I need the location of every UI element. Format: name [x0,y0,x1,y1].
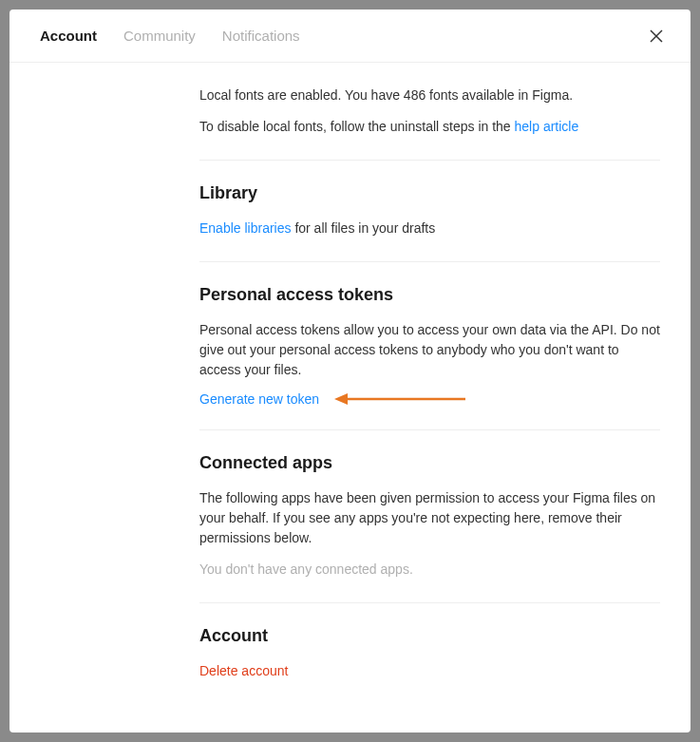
tabs-row: Account Community Notifications [9,10,691,63]
section-library: Library Enable libraries for all files i… [199,161,660,262]
disable-prefix: To disable local fonts, follow the unins… [199,119,515,134]
tokens-description: Personal access tokens allow you to acce… [199,320,660,380]
library-row: Enable libraries for all files in your d… [199,219,660,238]
tokens-heading: Personal access tokens [199,285,660,305]
close-button[interactable] [649,29,664,44]
svg-marker-3 [334,393,348,405]
connected-empty: You don't have any connected apps. [199,560,660,580]
tab-community[interactable]: Community [123,28,196,44]
close-icon [649,29,664,44]
section-connected-apps: Connected apps The following apps have b… [199,430,660,603]
enable-libraries-link[interactable]: Enable libraries [199,220,292,236]
library-heading: Library [199,183,660,203]
local-fonts-status: Local fonts are enabled. You have 486 fo… [199,86,660,105]
settings-content: Local fonts are enabled. You have 486 fo… [9,63,691,732]
enable-libraries-suffix: for all files in your drafts [292,220,436,236]
section-account: Account Delete account [199,603,660,704]
connected-description: The following apps have been given permi… [199,488,660,548]
tab-notifications[interactable]: Notifications [222,28,300,44]
generate-token-row: Generate new token [199,391,660,407]
connected-heading: Connected apps [199,453,660,473]
settings-modal: Account Community Notifications Local fo… [9,10,691,732]
section-tokens: Personal access tokens Personal access t… [199,262,660,430]
local-fonts-disable: To disable local fonts, follow the unins… [199,117,660,137]
tab-account[interactable]: Account [40,28,97,44]
section-local-fonts: Local fonts are enabled. You have 486 fo… [199,63,660,161]
account-heading: Account [199,626,660,646]
delete-account-link[interactable]: Delete account [199,663,288,678]
arrow-annotation-icon [334,391,467,407]
help-article-link[interactable]: help article [515,119,579,134]
generate-token-link[interactable]: Generate new token [199,391,319,407]
